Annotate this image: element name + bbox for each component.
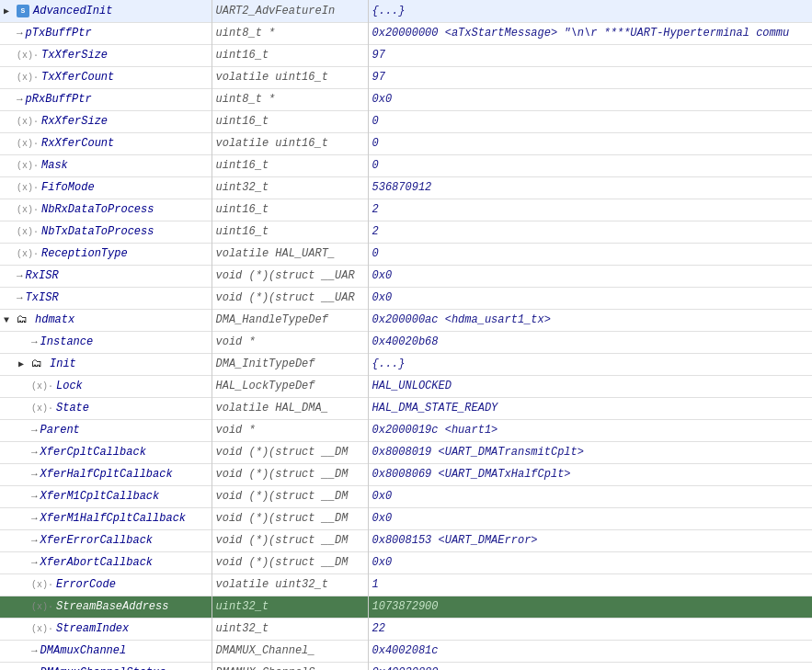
table-row[interactable]: SAdvancedInitUART2_AdvFeatureIn{...} <box>0 0 812 22</box>
name-cell: (x)·RxXferCount <box>0 132 212 154</box>
type-cell: void (*)(struct __DM <box>212 551 368 573</box>
table-row[interactable]: (x)·NbTxDataToProcessuint16_t2 <box>0 221 812 243</box>
value-cell: 2 <box>368 199 812 221</box>
value-cell: 0 <box>368 154 812 176</box>
table-row[interactable]: (x)·NbRxDataToProcessuint16_t2 <box>0 199 812 221</box>
table-row[interactable]: (x)·RxXferSizeuint16_t0 <box>0 110 812 132</box>
table-row[interactable]: (x)·ErrorCodevolatile uint32_t1 <box>0 573 812 596</box>
type-cell: void * <box>212 331 368 353</box>
expand-arrow[interactable] <box>4 6 15 17</box>
value-cell: 536870912 <box>368 176 812 199</box>
value-cell: 22 <box>368 618 812 640</box>
type-cell: uint32_t <box>212 596 368 618</box>
var-name: AdvancedInit <box>33 5 112 17</box>
var-name: Instance <box>40 335 94 348</box>
value-cell: 1073872900 <box>368 596 812 618</box>
field-icon: (x)· <box>31 580 53 590</box>
field-icon: (x)· <box>31 602 53 612</box>
arrow-icon: → <box>31 469 38 480</box>
var-name: DMAmuxChannel <box>40 644 127 657</box>
type-cell: uint16_t <box>212 154 368 176</box>
value-cell: 0x8008069 <UART_DMATxHalfCplt> <box>368 463 812 485</box>
table-row[interactable]: →RxISRvoid (*)(struct __UAR0x0 <box>0 265 812 287</box>
table-row[interactable]: (x)·RxXferCountvolatile uint16_t0 <box>0 132 812 154</box>
value-cell: 0x40020b68 <box>368 331 812 353</box>
name-cell: (x)·FifoMode <box>0 176 212 199</box>
table-row[interactable]: (x)·TxXferSizeuint16_t97 <box>0 44 812 66</box>
table-row[interactable]: →XferCpltCallbackvoid (*)(struct __DM0x8… <box>0 441 812 463</box>
type-cell: uint16_t <box>212 110 368 132</box>
table-row[interactable]: (x)·ReceptionTypevolatile HAL_UART_0 <box>0 243 812 265</box>
table-row[interactable]: →pTxBuffPtruint8_t *0x20000000 <aTxStart… <box>0 22 812 44</box>
var-name: XferCpltCallback <box>40 446 146 459</box>
arrow-icon: → <box>31 645 38 656</box>
table-row[interactable]: →XferM1HalfCpltCallbackvoid (*)(struct _… <box>0 507 812 529</box>
expand-arrow[interactable] <box>4 315 15 325</box>
table-row[interactable]: →DMAmuxChannelDMAMUX_Channel_0x4002081c <box>0 640 812 662</box>
value-cell: HAL_UNLOCKED <box>368 375 812 397</box>
type-cell: void (*)(struct __DM <box>212 463 368 485</box>
name-cell: (x)·RxXferSize <box>0 110 212 132</box>
var-name: XferHalfCpltCallback <box>40 468 173 481</box>
table-row[interactable]: (x)·Statevolatile HAL_DMA_HAL_DMA_STATE_… <box>0 397 812 419</box>
table-row[interactable]: →XferAbortCallbackvoid (*)(struct __DM0x… <box>0 551 812 573</box>
name-cell: (x)·State <box>0 397 212 419</box>
field-icon: (x)· <box>31 403 53 414</box>
value-cell: 97 <box>368 44 812 66</box>
name-cell: 🗂hdmatx <box>0 309 212 331</box>
table-row[interactable]: 🗂hdmatxDMA_HandleTypeDef0x200000ac <hdma… <box>0 309 812 331</box>
table-row[interactable]: →TxISRvoid (*)(struct __UAR0x0 <box>0 287 812 309</box>
table-row[interactable]: →Parentvoid *0x2000019c <huart1> <box>0 419 812 441</box>
name-cell: →TxISR <box>0 287 212 309</box>
name-cell: (x)·StreamIndex <box>0 618 212 640</box>
field-icon: (x)· <box>17 73 39 83</box>
type-cell: void (*)(struct __DM <box>212 529 368 551</box>
name-cell: →XferCpltCallback <box>0 441 212 463</box>
name-cell: (x)·NbRxDataToProcess <box>0 199 212 221</box>
table-row[interactable]: (x)·StreamBaseAddressuint32_t1073872900 <box>0 596 812 618</box>
table-row[interactable]: →pRxBuffPtruint8_t *0x0 <box>0 88 812 110</box>
table-row[interactable]: (x)·StreamIndexuint32_t22 <box>0 618 812 640</box>
value-cell: 0x0 <box>368 265 812 287</box>
name-cell: →pRxBuffPtr <box>0 88 212 110</box>
value-cell: 1 <box>368 573 812 596</box>
value-cell: 0x200000ac <hdma_usart1_tx> <box>368 309 812 331</box>
table-row[interactable]: (x)·FifoModeuint32_t536870912 <box>0 176 812 199</box>
type-cell: void (*)(struct __DM <box>212 507 368 529</box>
var-name: Parent <box>40 424 80 437</box>
table-row[interactable]: →DMAmuxChannelStatusDMAMUX_ChannelS0x400… <box>0 662 812 670</box>
type-cell: HAL_LockTypeDef <box>212 375 368 397</box>
var-name: ReceptionType <box>41 247 128 260</box>
table-row[interactable]: →Instancevoid *0x40020b68 <box>0 331 812 353</box>
value-cell: 0x40020880 <box>368 662 812 670</box>
table-row[interactable]: (x)·TxXferCountvolatile uint16_t97 <box>0 66 812 88</box>
var-name: ErrorCode <box>56 578 116 591</box>
table-row[interactable]: (x)·Maskuint16_t0 <box>0 154 812 176</box>
table-row[interactable]: →XferHalfCpltCallbackvoid (*)(struct __D… <box>0 463 812 485</box>
var-name: RxISR <box>26 269 59 282</box>
arrow-icon: → <box>31 491 38 502</box>
var-name: XferM1HalfCpltCallback <box>40 512 186 525</box>
expand-arrow[interactable] <box>18 358 29 369</box>
table-row[interactable]: 🗂InitDMA_InitTypeDef{...} <box>0 353 812 375</box>
arrow-icon: → <box>17 28 23 39</box>
value-cell: 0x0 <box>368 88 812 110</box>
table-row[interactable]: →XferErrorCallbackvoid (*)(struct __DM0x… <box>0 529 812 551</box>
type-cell: uint32_t <box>212 618 368 640</box>
name-cell: →XferM1CpltCallback <box>0 485 212 507</box>
table-row[interactable]: (x)·LockHAL_LockTypeDefHAL_UNLOCKED <box>0 375 812 397</box>
value-cell: 97 <box>368 66 812 88</box>
arrow-icon: → <box>31 513 38 524</box>
type-cell: void (*)(struct __UAR <box>212 265 368 287</box>
type-cell: DMAMUX_ChannelS <box>212 662 368 670</box>
name-cell: →XferM1HalfCpltCallback <box>0 507 212 529</box>
field-icon: (x)· <box>17 161 39 171</box>
name-cell: (x)·ErrorCode <box>0 573 212 596</box>
value-cell: 0x8008153 <UART_DMAError> <box>368 529 812 551</box>
type-cell: uint16_t <box>212 221 368 243</box>
type-cell: DMA_InitTypeDef <box>212 353 368 375</box>
value-cell: 2 <box>368 221 812 243</box>
field-icon: (x)· <box>31 381 53 392</box>
type-cell: void * <box>212 419 368 441</box>
table-row[interactable]: →XferM1CpltCallbackvoid (*)(struct __DM0… <box>0 485 812 507</box>
